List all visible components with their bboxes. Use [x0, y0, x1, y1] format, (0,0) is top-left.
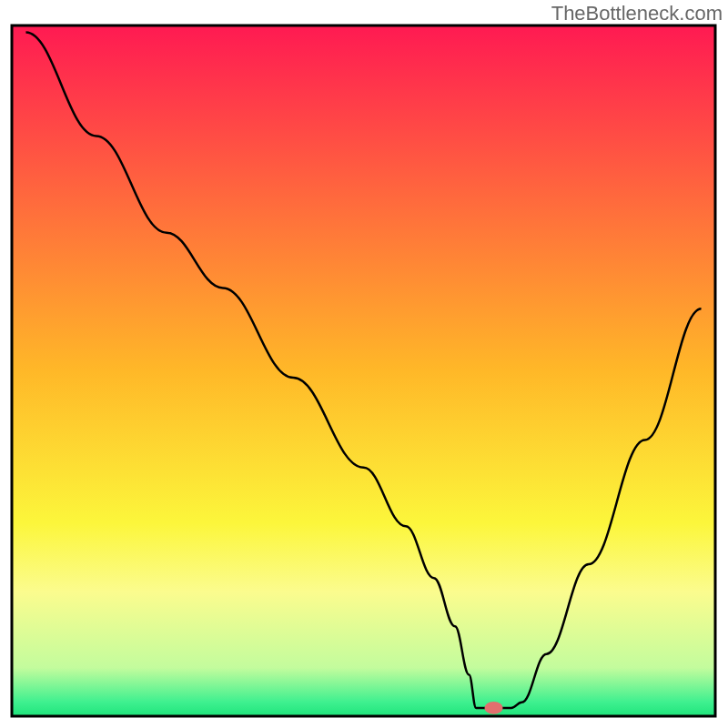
- bottleneck-chart: [0, 0, 728, 728]
- chart-background: [12, 25, 715, 716]
- chart-container: TheBottleneck.com: [0, 0, 728, 728]
- watermark-label: TheBottleneck.com: [551, 2, 723, 25]
- bottleneck-marker: [484, 702, 502, 714]
